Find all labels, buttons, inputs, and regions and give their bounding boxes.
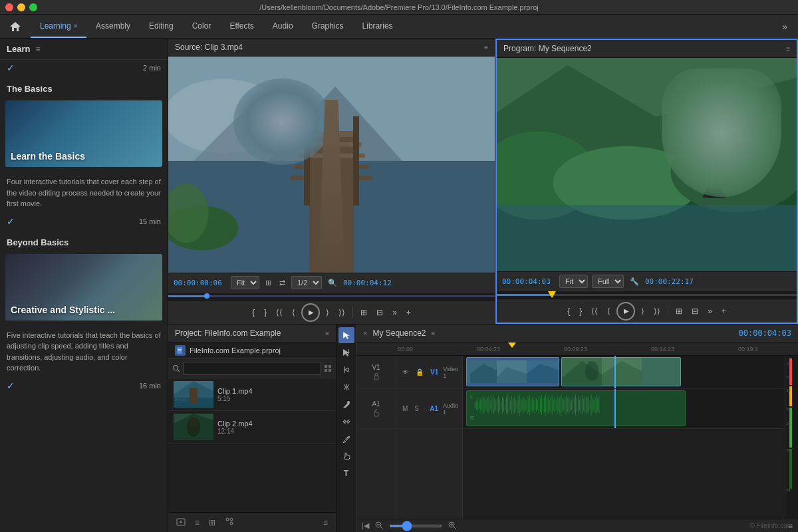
project-freeform-btn[interactable]: [222, 515, 237, 529]
program-prev-frame-btn[interactable]: ⟨⟨: [588, 304, 601, 319]
a1-solo-btn[interactable]: S: [412, 404, 421, 413]
video-clip-1[interactable]: [466, 357, 559, 386]
source-insert-btn[interactable]: ⊞: [357, 305, 370, 320]
nav-tab-effects[interactable]: Effects: [220, 15, 263, 38]
track-select-icon: [342, 348, 351, 357]
svg-rect-125: [535, 396, 535, 414]
tl-zoom-in-btn[interactable]: [448, 521, 457, 531]
nav-tab-audio[interactable]: Audio: [263, 15, 303, 38]
select-tool-icon: [342, 331, 351, 340]
tool-hand[interactable]: [338, 448, 354, 464]
clip-item-1[interactable]: Clip 1.mp4 5:15: [168, 378, 336, 411]
tutorial-card-learn-basics[interactable]: Learn the Basics: [5, 100, 162, 167]
source-link-btn[interactable]: ⇄: [277, 277, 287, 289]
svg-rect-168: [591, 394, 592, 415]
source-fit-select[interactable]: Fit: [231, 276, 259, 289]
program-extract-btn[interactable]: ⊟: [688, 304, 702, 319]
timeline-menu-icon[interactable]: ≡: [432, 330, 436, 337]
svg-rect-160: [581, 397, 581, 413]
svg-rect-129: [540, 398, 541, 412]
nav-tab-color[interactable]: Color: [183, 15, 221, 38]
home-button[interactable]: [5, 22, 25, 31]
video-clip-2[interactable]: [561, 357, 681, 386]
source-scrubber-handle[interactable]: [204, 293, 209, 299]
nav-tab-learning[interactable]: Learning ≡: [31, 15, 86, 38]
nav-tab-graphics[interactable]: Graphics: [303, 15, 353, 38]
source-panel-title: Source: Clip 3.mp4: [175, 43, 243, 52]
source-add-btn[interactable]: +: [403, 305, 414, 320]
source-more-btn[interactable]: »: [389, 305, 400, 320]
minimize-button[interactable]: [17, 3, 25, 11]
program-fit-select[interactable]: Fit: [559, 275, 588, 288]
source-frame-btn[interactable]: ⊞: [263, 277, 273, 289]
tool-slip[interactable]: [338, 414, 354, 430]
tool-pen[interactable]: [338, 431, 354, 447]
program-mark-out-btn[interactable]: }: [576, 304, 585, 319]
audio-track-a1[interactable]: L R: [463, 389, 785, 429]
tool-track-select[interactable]: [338, 344, 354, 360]
v1-eye-btn[interactable]: 👁: [400, 368, 411, 376]
program-lift-btn[interactable]: ⊞: [672, 304, 686, 319]
program-step-back-btn[interactable]: ⟨: [604, 304, 614, 319]
tool-rolling[interactable]: [338, 379, 354, 395]
source-mark-in-btn[interactable]: {: [249, 305, 258, 320]
program-panel-menu[interactable]: ≡: [786, 45, 790, 53]
source-step-back-btn[interactable]: ⟨: [289, 305, 299, 320]
timeline-zoom-slider[interactable]: [389, 525, 442, 527]
program-more-btn[interactable]: »: [704, 304, 716, 319]
nav-tab-libraries[interactable]: Libraries: [353, 15, 402, 38]
program-quality-select[interactable]: Full: [592, 275, 624, 288]
a1-mute-btn[interactable]: M: [400, 404, 410, 413]
v1-lock-btn[interactable]: 🔒: [414, 368, 426, 376]
source-step-fwd-btn[interactable]: ⟩: [323, 305, 332, 320]
tool-select[interactable]: [338, 327, 354, 343]
nav-more-button[interactable]: »: [777, 21, 793, 32]
project-search-input[interactable]: [183, 362, 321, 375]
source-panel-menu[interactable]: ≡: [484, 44, 488, 51]
timeline-ruler: :00:00 00:04:23 00:09:23 00:14:23 00:19:…: [356, 342, 798, 356]
clip-item-2[interactable]: Clip 2.mp4 12:14: [168, 411, 336, 444]
close-button[interactable]: [5, 3, 13, 11]
learn-menu-icon[interactable]: ≡: [35, 45, 40, 54]
tool-razor[interactable]: [338, 396, 354, 412]
ruler-mark-3: 00:14:23: [651, 346, 674, 352]
video-track-v1[interactable]: [463, 356, 785, 389]
svg-rect-149: [566, 395, 567, 414]
source-prev-frame-btn[interactable]: ⟨⟨: [273, 305, 286, 320]
tool-text[interactable]: T: [338, 466, 354, 481]
program-mark-in-btn[interactable]: {: [564, 304, 573, 319]
tool-ripple[interactable]: [338, 362, 354, 378]
program-add-btn[interactable]: +: [718, 304, 730, 319]
maximize-button[interactable]: [29, 3, 37, 11]
timeline-close-btn[interactable]: ×: [363, 329, 367, 337]
nav-tab-assembly[interactable]: Assembly: [86, 15, 140, 38]
program-play-button[interactable]: ▶: [616, 302, 635, 321]
tl-go-to-start-btn[interactable]: |◀: [362, 521, 369, 530]
source-overwrite-btn[interactable]: ⊟: [373, 305, 386, 320]
program-next-frame-btn[interactable]: ⟩⟩: [650, 304, 664, 319]
project-add-bin-btn[interactable]: [174, 515, 188, 529]
tutorial-card-creative[interactable]: Creative and Stylistic ...: [5, 254, 162, 321]
project-menu-btn[interactable]: ≡: [321, 517, 331, 529]
source-play-button[interactable]: ▶: [301, 303, 320, 322]
project-panel-menu[interactable]: ≡: [325, 330, 329, 337]
program-playhead[interactable]: [548, 291, 556, 298]
source-next-frame-btn[interactable]: ⟩⟩: [335, 305, 348, 320]
svg-rect-132: [544, 397, 545, 413]
source-mark-out-btn[interactable]: }: [261, 305, 270, 320]
svg-rect-104: [507, 395, 508, 414]
track-ctrl-v1: 👁 🔒 V1 Video 1 › ‹: [396, 356, 462, 389]
program-settings-btn[interactable]: 🔧: [628, 276, 641, 287]
svg-rect-135: [548, 396, 549, 414]
program-step-fwd-btn[interactable]: ⟩: [638, 304, 648, 319]
project-icon-view-btn[interactable]: ⊞: [206, 517, 218, 529]
window-controls[interactable]: [5, 3, 37, 11]
source-zoom-btn[interactable]: 🔍: [326, 277, 339, 289]
program-scrubber[interactable]: [497, 291, 797, 299]
source-quality-select[interactable]: 1/2: [291, 276, 322, 289]
nav-tab-editing[interactable]: Editing: [140, 15, 183, 38]
tl-zoom-out-btn[interactable]: [374, 521, 384, 531]
project-list-view-btn[interactable]: ≡: [192, 517, 202, 529]
audio-clip-1[interactable]: L R: [466, 390, 686, 426]
source-scrubber[interactable]: [168, 292, 495, 300]
